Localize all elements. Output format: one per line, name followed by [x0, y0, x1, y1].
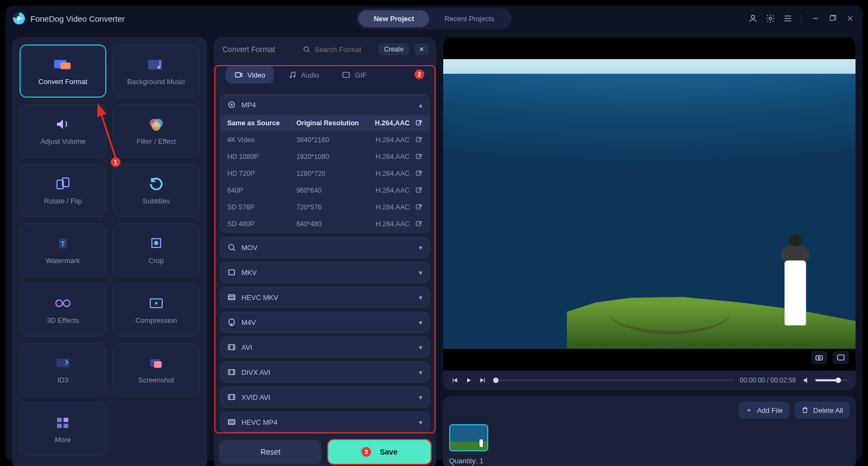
preset-label: 640P: [227, 187, 296, 194]
format-hevc-mkv[interactable]: HEVC MKV▾: [220, 287, 430, 308]
format-name: MP4: [241, 101, 256, 109]
next-icon[interactable]: [479, 376, 487, 384]
tab-video[interactable]: Video: [226, 66, 274, 84]
format-avi[interactable]: AVI▾: [220, 337, 430, 358]
open-external-icon[interactable]: [415, 187, 423, 194]
format-list[interactable]: MP4 ▴ Same as Source Original Resolution…: [219, 93, 431, 433]
preset-row[interactable]: HD 720P1280*720H.264,AAC: [221, 165, 429, 182]
quantity-display: Quantity: 1: [449, 457, 488, 465]
preset-res: 1280*720: [296, 170, 360, 177]
video-preview[interactable]: [443, 37, 856, 371]
svg-rect-27: [235, 73, 240, 77]
preset-row[interactable]: HD 1080P1920*1080H.264,AAC: [221, 148, 429, 165]
preset-row[interactable]: SD 480P640*480H.264,AAC: [221, 215, 429, 232]
preset-codec: H.264,AAC: [360, 187, 410, 194]
chevron-down-icon: ▾: [419, 343, 423, 352]
tile-screenshot[interactable]: Screenshot: [113, 343, 200, 396]
format-mp4-header[interactable]: MP4 ▴: [221, 95, 429, 114]
queue-thumbnail[interactable]: [449, 424, 488, 451]
tile-id3[interactable]: ID3: [20, 343, 106, 396]
tile-label: Subtitles: [143, 197, 170, 205]
open-external-icon[interactable]: [415, 153, 423, 161]
volume-thumb[interactable]: [835, 378, 841, 383]
panel-title: Convert Format: [222, 45, 275, 54]
settings-icon[interactable]: [765, 14, 775, 23]
format-type-tabs: Video Audio GIF 2: [220, 62, 430, 88]
preset-row[interactable]: SD 576P720*576H.264,AAC: [221, 199, 429, 215]
svg-point-32: [231, 104, 233, 106]
create-format-button[interactable]: Create: [379, 43, 409, 55]
svg-point-0: [751, 15, 755, 18]
annotation-step-3: 3: [361, 447, 371, 457]
format-m4v[interactable]: M4V▾: [220, 312, 430, 333]
preset-codec: H.264,AAC: [360, 119, 410, 127]
snapshot-icon[interactable]: [811, 351, 827, 364]
format-name: MOV: [241, 244, 258, 252]
tile-3d-effects[interactable]: 3D Effects: [20, 283, 106, 336]
preset-codec: H.264,AAC: [360, 170, 410, 177]
mp4-presets: Same as Source Original Resolution H.264…: [221, 114, 429, 232]
hamburger-icon[interactable]: [783, 14, 793, 23]
play-icon[interactable]: [465, 376, 473, 384]
volume-bar[interactable]: [815, 379, 848, 381]
open-external-icon[interactable]: [415, 220, 423, 228]
maximize-icon[interactable]: [828, 14, 838, 23]
svg-point-50: [818, 357, 820, 359]
open-external-icon[interactable]: [415, 136, 423, 144]
progress-thumb[interactable]: [493, 378, 499, 383]
preset-res: 3840*2160: [296, 136, 360, 144]
delete-all-button[interactable]: Delete All: [795, 401, 850, 419]
format-divx-avi[interactable]: DIVX AVI▾: [220, 362, 430, 382]
minimize-icon[interactable]: [810, 14, 820, 23]
preset-codec: H.264,AAC: [360, 136, 410, 144]
tile-rotate-flip[interactable]: Rotate / Flip: [20, 164, 106, 217]
svg-rect-46: [228, 369, 235, 374]
add-file-button[interactable]: ＋ Add File: [739, 401, 789, 419]
open-external-icon[interactable]: [415, 203, 423, 211]
svg-rect-25: [63, 424, 68, 428]
tile-convert-format[interactable]: Convert Format: [20, 44, 106, 98]
tile-background-music[interactable]: Background Music: [113, 44, 200, 98]
format-xvid-avi[interactable]: XVID AVI▾: [220, 387, 430, 407]
tile-adjust-volume[interactable]: Adjust Volume: [20, 104, 106, 157]
save-button[interactable]: 3 Save: [328, 440, 431, 464]
reset-button[interactable]: Reset: [219, 440, 322, 464]
screenshot-icon: [146, 355, 166, 371]
prev-icon[interactable]: [451, 376, 458, 384]
tab-audio[interactable]: Audio: [279, 66, 328, 84]
right-column: 00:00:00 / 00:02:59 ＋ Add File Delete: [443, 37, 856, 466]
tile-compression[interactable]: Compression: [113, 283, 200, 336]
preset-res: 720*576: [296, 203, 360, 211]
fullscreen-icon[interactable]: [833, 351, 849, 364]
preview-corner-actions: [811, 351, 849, 364]
open-external-icon[interactable]: [415, 119, 423, 127]
progress-bar[interactable]: [493, 379, 733, 381]
tile-crop[interactable]: Crop: [113, 224, 200, 277]
format-hevc-mp4[interactable]: HEVC MP4▾: [220, 412, 430, 432]
account-icon[interactable]: [748, 14, 758, 23]
open-external-icon[interactable]: [415, 170, 423, 177]
format-mov[interactable]: MOV▾: [220, 237, 430, 258]
preset-row[interactable]: Same as Source Original Resolution H.264…: [221, 114, 429, 131]
tile-subtitles[interactable]: Subtitles: [113, 164, 200, 217]
queue-panel: ＋ Add File Delete All Quantity:: [443, 396, 856, 466]
tile-label: Compression: [136, 316, 177, 324]
preset-row[interactable]: 640P960*640H.264,AAC: [221, 182, 429, 199]
close-panel-button[interactable]: ✕: [414, 43, 429, 55]
svg-rect-22: [57, 418, 62, 422]
tab-gif[interactable]: GIF: [333, 66, 375, 84]
svg-point-31: [229, 102, 235, 108]
close-icon[interactable]: [845, 14, 855, 23]
app-logo-icon: [13, 12, 25, 24]
convert-format-header: Convert Format Create ✕: [219, 42, 431, 60]
preset-row[interactable]: 4K Video3840*2160H.264,AAC: [221, 131, 429, 148]
format-mkv[interactable]: MKV▾: [220, 262, 430, 283]
tab-recent-projects[interactable]: Recent Projects: [429, 10, 509, 27]
tile-watermark[interactable]: T Watermark: [20, 224, 106, 277]
tile-more[interactable]: More: [20, 403, 106, 456]
tile-filter-effect[interactable]: Filter / Effect: [113, 104, 200, 157]
volume-icon[interactable]: [802, 376, 811, 385]
tab-new-project[interactable]: New Project: [359, 10, 429, 27]
search-input[interactable]: [314, 45, 373, 54]
svg-point-9: [152, 122, 161, 131]
